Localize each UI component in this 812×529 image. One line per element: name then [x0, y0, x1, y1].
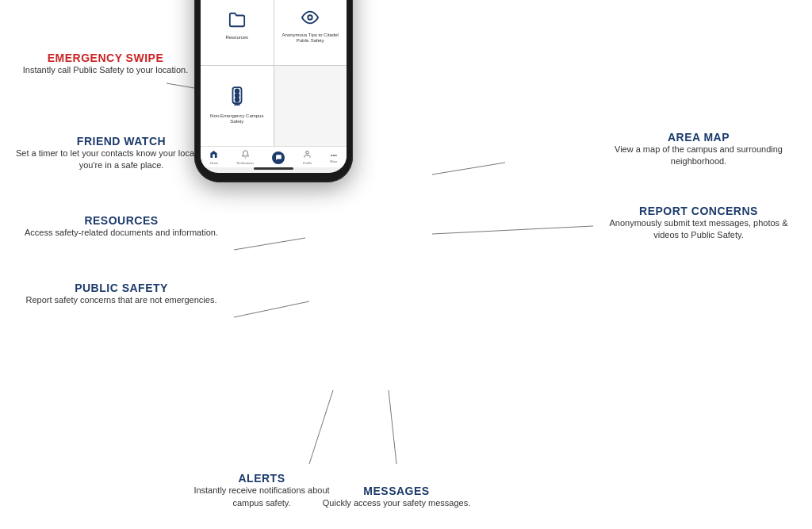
svg-point-13 [308, 15, 313, 20]
public-safety-annotation: PUBLIC SAFETY Report safety concerns tha… [14, 282, 228, 306]
emergency-swipe-annotation: EMERGENCY SWIPE Instantly call Public Sa… [14, 52, 197, 76]
phone-outer: 9:05 ⌘ ▮ Bulldog Alert 📞 » [194, 0, 353, 182]
grid-cell-anonymous-tips[interactable]: Anonymous Tips to Citadel Public Safety [274, 0, 347, 65]
svg-line-5 [432, 226, 593, 234]
nav-more[interactable]: ••• More [330, 151, 337, 163]
nav-profile[interactable]: Profile [303, 150, 312, 165]
phone-screen: 9:05 ⌘ ▮ Bulldog Alert 📞 » [201, 0, 347, 173]
messages-annotation: MESSAGES Quickly access your safety mess… [317, 485, 476, 509]
svg-point-16 [235, 94, 239, 98]
folder-icon [228, 11, 246, 32]
area-map-annotation: AREA MAP View a map of the campus and su… [599, 131, 798, 168]
notifications-nav-label: Notifications [236, 161, 254, 165]
bottom-nav: Home Notifications Pr [201, 146, 347, 167]
svg-line-6 [309, 390, 333, 464]
resources-label: Resources [225, 35, 248, 40]
svg-point-20 [306, 151, 309, 154]
bell-nav-icon [241, 150, 250, 160]
connector-lines [0, 0, 812, 529]
eye-icon [301, 9, 319, 29]
person-nav-icon [303, 150, 312, 160]
svg-point-17 [235, 98, 239, 102]
nav-notifications[interactable]: Notifications [236, 150, 254, 165]
nav-home[interactable]: Home [209, 150, 218, 165]
grid-cell-campus-safety[interactable]: Non-Emergency Campus Safety [201, 66, 274, 146]
home-nav-icon [209, 150, 218, 160]
grid-cell-empty [274, 66, 347, 146]
svg-line-2 [234, 238, 305, 250]
svg-line-4 [432, 163, 505, 174]
more-nav-label: More [330, 159, 337, 163]
app-grid: Friend Watch Area Map [201, 0, 347, 146]
phone-mockup: 9:05 ⌘ ▮ Bulldog Alert 📞 » [194, 0, 353, 182]
message-nav-icon [272, 151, 285, 164]
home-nav-label: Home [210, 161, 219, 165]
grid-cell-resources[interactable]: Resources [201, 0, 274, 65]
anonymous-tips-label: Anonymous Tips to Citadel Public Safety [278, 33, 344, 44]
resources-annotation: RESOURCES Access safety-related document… [14, 214, 228, 239]
svg-point-15 [235, 89, 239, 93]
svg-line-7 [389, 390, 396, 464]
more-nav-icon: ••• [331, 151, 337, 159]
svg-line-3 [234, 301, 309, 317]
campus-safety-label: Non-Emergency Campus Safety [204, 113, 270, 125]
nav-messages[interactable] [272, 151, 285, 164]
report-concerns-annotation: REPORT CONCERNS Anonymously submit text … [599, 205, 798, 242]
traffic-light-icon [228, 86, 246, 110]
home-indicator [254, 167, 293, 170]
profile-nav-label: Profile [303, 161, 312, 165]
